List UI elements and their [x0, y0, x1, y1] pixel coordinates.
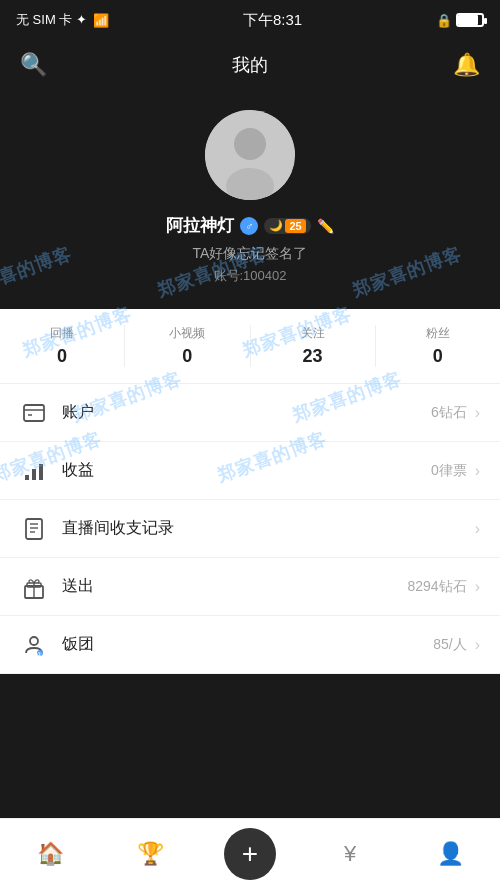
level-badge: 25 [285, 219, 305, 233]
profile-section: 阿拉神灯 ♂ 🌙 25 ✏️ TA好像忘记签名了 账号:100402 [0, 90, 500, 309]
lock-icon: 🔒 [436, 13, 452, 28]
menu-fans-arrow: › [475, 636, 480, 654]
trophy-icon: 🏆 [137, 841, 164, 867]
bell-icon[interactable]: 🔔 [453, 52, 480, 78]
gift-icon [20, 573, 48, 601]
account-id: 账号:100402 [214, 267, 287, 285]
gender-icon: ♂ [245, 220, 253, 232]
menu-fans-label: 饭团 [62, 634, 433, 655]
svg-rect-7 [32, 469, 36, 480]
avatar[interactable] [205, 110, 295, 200]
svg-rect-3 [24, 405, 44, 421]
username: 阿拉神灯 [166, 214, 234, 237]
yen-icon: ¥ [344, 841, 356, 867]
stat-follow-label: 关注 [301, 325, 325, 342]
sim-text: 无 SIM 卡 ✦ [16, 11, 87, 29]
menu-records-arrow: › [475, 520, 480, 538]
stat-fans-label: 粉丝 [426, 325, 450, 342]
stat-follow[interactable]: 关注 23 [251, 325, 376, 367]
plus-button[interactable]: + [224, 828, 276, 880]
menu-account-label: 账户 [62, 402, 431, 423]
menu-income-label: 收益 [62, 460, 431, 481]
svg-rect-9 [26, 519, 42, 539]
menu-section: 账户 6钻石 › 收益 0律票 › [0, 384, 500, 674]
nav-item-profile[interactable]: 👤 [400, 841, 500, 867]
home-icon: 🏠 [37, 841, 64, 867]
menu-gift-value: 8294钻石 [408, 578, 467, 596]
nav-item-trophy[interactable]: 🏆 [100, 841, 200, 867]
stat-video-value: 0 [182, 346, 192, 367]
svg-point-1 [234, 128, 266, 160]
status-right: 🔒 [436, 13, 484, 28]
stats-card: 回播 0 小视频 0 关注 23 粉丝 0 [0, 309, 500, 384]
stat-fans[interactable]: 粉丝 0 [376, 325, 500, 367]
menu-gift-label: 送出 [62, 576, 408, 597]
top-nav: 🔍 我的 🔔 [0, 40, 500, 90]
menu-account-arrow: › [475, 404, 480, 422]
nav-item-home[interactable]: 🏠 [0, 841, 100, 867]
page-title: 我的 [232, 53, 268, 77]
battery-icon [456, 13, 484, 27]
wifi-icon: 📶 [93, 13, 109, 28]
status-left: 无 SIM 卡 ✦ 📶 [16, 11, 109, 29]
nav-item-yen[interactable]: ¥ [300, 841, 400, 867]
status-bar: 无 SIM 卡 ✦ 📶 下午8:31 🔒 [0, 0, 500, 40]
edit-icon[interactable]: ✏️ [317, 218, 334, 234]
menu-item-income[interactable]: 收益 0律票 › [0, 442, 500, 500]
menu-income-arrow: › [475, 462, 480, 480]
menu-records-label: 直播间收支记录 [62, 518, 467, 539]
menu-item-records[interactable]: 直播间收支记录 › [0, 500, 500, 558]
status-time: 下午8:31 [243, 11, 302, 30]
moon-icon: 🌙 [269, 219, 283, 232]
income-icon [20, 457, 48, 485]
moon-badge: 🌙 25 [264, 218, 310, 234]
menu-item-account[interactable]: 账户 6钻石 › [0, 384, 500, 442]
records-icon [20, 515, 48, 543]
svg-point-16 [30, 637, 38, 645]
stat-fans-value: 0 [433, 346, 443, 367]
nav-item-plus[interactable]: + [200, 828, 300, 880]
menu-item-fans[interactable]: ① 饭团 85/人 › [0, 616, 500, 674]
menu-fans-value: 85/人 [433, 636, 466, 654]
menu-income-value: 0律票 [431, 462, 467, 480]
svg-rect-8 [39, 464, 43, 480]
profile-icon: 👤 [437, 841, 464, 867]
fans-icon: ① [20, 631, 48, 659]
menu-account-value: 6钻石 [431, 404, 467, 422]
svg-rect-6 [25, 475, 29, 480]
stat-huibo-label: 回播 [50, 325, 74, 342]
stat-huibo-value: 0 [57, 346, 67, 367]
stat-huibo[interactable]: 回播 0 [0, 325, 125, 367]
search-icon[interactable]: 🔍 [20, 52, 47, 78]
menu-item-gift[interactable]: 送出 8294钻石 › [0, 558, 500, 616]
stat-follow-value: 23 [303, 346, 323, 367]
username-row: 阿拉神灯 ♂ 🌙 25 ✏️ [166, 214, 333, 237]
plus-icon: + [242, 840, 258, 868]
stat-video-label: 小视频 [169, 325, 205, 342]
bottom-nav: 🏠 🏆 + ¥ 👤 [0, 818, 500, 888]
gender-badge: ♂ [240, 217, 258, 235]
bio-text: TA好像忘记签名了 [193, 245, 308, 263]
stat-video[interactable]: 小视频 0 [125, 325, 250, 367]
menu-gift-arrow: › [475, 578, 480, 596]
account-icon [20, 399, 48, 427]
